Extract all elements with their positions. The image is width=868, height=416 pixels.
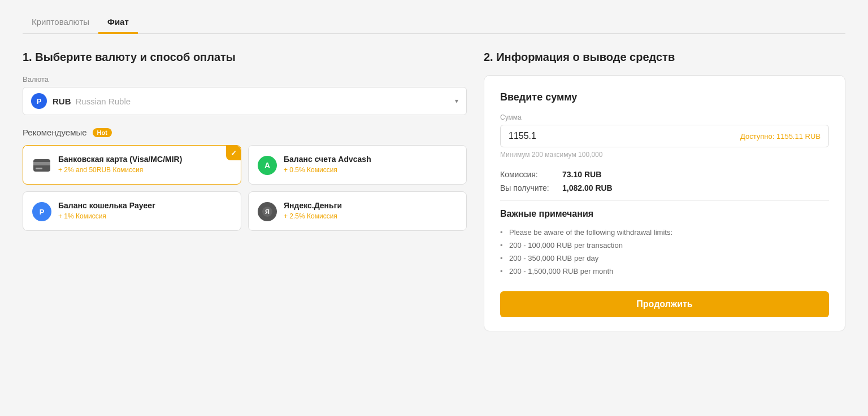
svg-rect-2 (36, 168, 42, 169)
amount-input-row: Доступно: 1155.11 RUB (500, 125, 829, 147)
bank-card-name: Банковская карта (Visa/MC/MIR) (58, 155, 232, 164)
payeer-icon: P (32, 202, 51, 221)
bank-card-icon (32, 156, 51, 175)
tab-crypto[interactable]: Криптовалюты (23, 11, 98, 34)
advcash-icon: A (258, 156, 277, 175)
page-container: Криптовалюты Фиат 1. Выберите валюту и с… (0, 0, 868, 416)
payment-card-bank-card[interactable]: Банковская карта (Visa/MC/MIR) + 2% and … (23, 145, 241, 185)
note-item: Please be aware of the following withdra… (500, 226, 829, 239)
available-value: 1155.11 RUB (776, 132, 821, 141)
amount-field-label: Сумма (500, 113, 829, 121)
left-column: 1. Выберите валюту и способ оплаты Валют… (23, 51, 467, 331)
yandex-icon: Я (258, 202, 277, 221)
right-panel: Введите сумму Сумма Доступно: 1155.11 RU… (484, 75, 845, 331)
recommended-label: Рекомендуемые (23, 128, 87, 137)
note-item: 200 - 100,000 RUB per transaction (500, 239, 829, 252)
bank-card-fee: + 2% and 50RUB Комиссия (58, 166, 232, 174)
fee-label: Комиссия: (500, 170, 562, 179)
recommended-header: Рекомендуемые Hot (23, 128, 467, 137)
right-section-title: 2. Информация о выводе средств (484, 51, 845, 64)
fee-value: 73.10 RUB (562, 170, 601, 179)
yandex-info: Яндекс.Деньги + 2.5% Комиссия (284, 201, 457, 220)
hot-badge: Hot (93, 128, 112, 137)
note-item: 200 - 350,000 RUB per day (500, 252, 829, 265)
notes-list: Please be aware of the following withdra… (500, 226, 829, 278)
main-layout: 1. Выберите валюту и способ оплаты Валют… (23, 51, 845, 331)
tab-fiat[interactable]: Фиат (98, 11, 138, 34)
yandex-fee: + 2.5% Комиссия (284, 212, 457, 220)
payment-card-payeer[interactable]: P Баланс кошелька Payeer + 1% Комиссия (23, 191, 241, 231)
payeer-info: Баланс кошелька Payeer + 1% Комиссия (58, 201, 232, 220)
currency-icon: P (31, 93, 47, 109)
advcash-fee: + 0.5% Комиссия (284, 166, 457, 174)
min-max-text: Минимум 200 максимум 100,000 (500, 151, 829, 159)
chevron-down-icon: ▾ (455, 97, 458, 105)
bank-card-info: Банковская карта (Visa/MC/MIR) + 2% and … (58, 155, 232, 174)
currency-name: Russian Ruble (76, 97, 131, 106)
available-text: Доступно: 1155.11 RUB (740, 132, 821, 141)
divider (500, 200, 829, 201)
advcash-info: Баланс счета Advcash + 0.5% Комиссия (284, 155, 457, 174)
enter-amount-title: Введите сумму (500, 91, 829, 103)
currency-code: RUB (53, 97, 71, 106)
svg-rect-1 (33, 162, 50, 165)
advcash-name: Баланс счета Advcash (284, 155, 457, 164)
tabs-bar: Криптовалюты Фиат (23, 0, 845, 34)
payment-card-advcash[interactable]: A Баланс счета Advcash + 0.5% Комиссия (248, 145, 467, 185)
payeer-fee: + 1% Комиссия (58, 212, 232, 220)
right-column: 2. Информация о выводе средств Введите с… (484, 51, 845, 331)
payment-card-yandex[interactable]: Я Яндекс.Деньги + 2.5% Комиссия (248, 191, 467, 231)
receive-value: 1,082.00 RUB (562, 183, 613, 192)
notes-title: Важные примечания (500, 209, 829, 219)
svg-text:Я: Я (265, 208, 270, 215)
payeer-name: Баланс кошелька Payeer (58, 201, 232, 210)
fee-row: Комиссия: 73.10 RUB (500, 170, 829, 179)
currency-select[interactable]: P RUB Russian Ruble ▾ (23, 87, 467, 115)
yandex-name: Яндекс.Деньги (284, 201, 457, 210)
note-item: 200 - 1,500,000 RUB per month (500, 265, 829, 278)
receive-label: Вы получите: (500, 183, 562, 192)
payment-methods-grid: Банковская карта (Visa/MC/MIR) + 2% and … (23, 145, 467, 231)
receive-row: Вы получите: 1,082.00 RUB (500, 183, 829, 192)
left-section-title: 1. Выберите валюту и способ оплаты (23, 51, 467, 64)
amount-input[interactable] (509, 131, 740, 141)
available-label: Доступно: (740, 132, 774, 141)
continue-button[interactable]: Продолжить (500, 291, 829, 317)
currency-field-label: Валюта (23, 75, 467, 84)
